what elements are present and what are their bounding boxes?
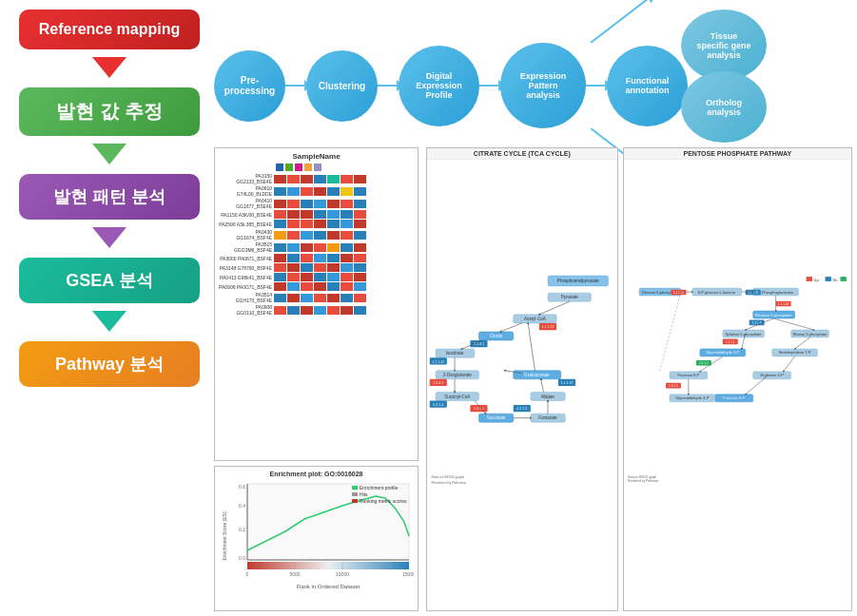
cell: [274, 210, 286, 219]
arrow-3: [92, 227, 127, 248]
svg-line-125: [794, 337, 809, 349]
heatmap-row: PA0413 G98k41_BSF4E: [219, 273, 414, 281]
cell: [341, 220, 353, 228]
row-label: PA2590 A3k.385_BSE4E: [219, 221, 274, 227]
gsea-panel: Enrichment plot: GO:0016028: [214, 466, 419, 611]
cell: [274, 200, 286, 208]
svg-text:0.6: 0.6: [239, 484, 245, 490]
heatmap-row: PA3515 GGG3M6_BSF4E: [219, 241, 414, 253]
cell: [341, 282, 353, 291]
svg-text:Fumarate: Fumarate: [538, 415, 557, 420]
step-preprocessing: Pre-processing: [214, 50, 285, 122]
row-cells: [274, 231, 366, 240]
row-cells: [274, 263, 366, 272]
cell: [314, 294, 326, 302]
key-purple: [314, 164, 321, 171]
svg-text:6-Phosphogluconate: 6-Phosphogluconate: [758, 290, 793, 295]
digital-expression-oval: DigitalExpressionProfile: [399, 46, 479, 126]
svg-text:Succinyl-CoA: Succinyl-CoA: [444, 395, 470, 399]
step-digital-expression: DigitalExpressionProfile: [399, 46, 479, 126]
cell: [354, 294, 366, 302]
pathway-label: Pathway 분석: [55, 355, 164, 374]
cell: [341, 231, 353, 240]
cell: [354, 220, 366, 228]
cell: [327, 273, 340, 281]
svg-text:6.2.1.4: 6.2.1.4: [433, 403, 443, 407]
svg-text:Pyruvate: Pyruvate: [561, 295, 578, 299]
svg-rect-5: [247, 562, 409, 569]
cell: [327, 254, 340, 262]
cell: [354, 254, 366, 262]
row-cells: [274, 210, 366, 219]
pipe-arrow-4: [586, 85, 607, 87]
cell: [314, 200, 326, 208]
left-flow-column: Reference mapping 발현 값 추정 발현 패턴 분석 GSEA …: [10, 10, 209, 387]
svg-rect-19: [352, 486, 358, 490]
cell: [287, 306, 300, 315]
cell: [314, 231, 326, 240]
svg-text:1.2.4.2: 1.2.4.2: [433, 381, 443, 385]
cell: [287, 273, 300, 281]
svg-text:Erythrose 4-P: Erythrose 4-P: [760, 373, 784, 377]
sample-name-header: SampleName: [219, 152, 414, 161]
svg-text:Xylulose 5-phosphate: Xylulose 5-phosphate: [725, 332, 762, 337]
svg-text:Fructose 6-P: Fructose 6-P: [677, 373, 699, 377]
svg-text:Acetyl-CoA: Acetyl-CoA: [524, 317, 546, 321]
svg-text:10000: 10000: [336, 571, 349, 577]
step-functional-annotation: Functionalannotation: [607, 46, 688, 126]
svg-rect-81: [840, 277, 846, 281]
svg-text:1.1.1.37: 1.1.1.37: [541, 325, 554, 329]
cell: [327, 282, 340, 291]
tissue-specific-label: Tissuespecific geneanalysis: [696, 31, 750, 60]
svg-text:1.3.5.1: 1.3.5.1: [474, 407, 484, 411]
cell: [301, 273, 313, 281]
row-label: PA3000 PA0671_BSF4E: [219, 256, 274, 261]
cell: [301, 306, 313, 315]
svg-text:0.2: 0.2: [239, 527, 245, 532]
ortholog-label: Orthologanalysis: [706, 98, 742, 117]
step-clustering: Clustering: [306, 50, 378, 122]
heatmap-row: PA2590 A3k.385_BSE4E: [219, 220, 414, 228]
cell: [341, 294, 353, 302]
svg-text:Rendered by Pathview: Rendered by Pathview: [628, 479, 659, 483]
pentose-svg: Up Dn Glucose 6-phosphate 6-P-glucono-L-…: [624, 160, 851, 599]
svg-text:Dn: Dn: [832, 278, 837, 282]
functional-annotation-label: Functionalannotation: [626, 76, 670, 95]
cell: [327, 263, 340, 272]
svg-text:1.1.1.44: 1.1.1.44: [777, 302, 789, 306]
svg-line-131: [659, 292, 680, 372]
cell: [274, 254, 286, 262]
cell: [287, 254, 300, 262]
arrow-1: [92, 57, 127, 78]
row-cells: [274, 254, 366, 262]
expression-pattern-label2: ExpressionPatternanalysis: [520, 71, 567, 100]
pipe-arrow-1: [285, 85, 306, 87]
row-label: PA3150 GG2133_BSE4E: [219, 173, 274, 184]
branch-up-svg: [586, 0, 662, 43]
expression-pattern-label: 발현 패턴 분석: [53, 187, 166, 206]
row-cells: [274, 243, 366, 252]
cell: [314, 263, 326, 272]
tissue-specific-oval-container: Tissuespecific geneanalysis: [681, 10, 767, 81]
svg-text:2.2.1.1: 2.2.1.1: [725, 340, 734, 344]
clustering-oval: Clustering: [306, 50, 378, 122]
cell: [354, 200, 366, 208]
row-cells: [274, 273, 366, 281]
svg-text:Isocitrate: Isocitrate: [446, 351, 464, 356]
key-pink: [295, 164, 302, 171]
citrate-cycle-panel: CITRATE CYCLE (TCA CYCLE) Phosphoenolpyr…: [426, 147, 618, 611]
main-container: Reference mapping 발현 값 추정 발현 패턴 분석 GSEA …: [0, 0, 857, 616]
cell: [314, 187, 326, 196]
svg-text:Ribose 5-phosphate: Ribose 5-phosphate: [792, 332, 827, 337]
expression-pattern-oval: ExpressionPatternanalysis: [500, 43, 586, 128]
key-orange: [304, 164, 312, 171]
cell: [354, 282, 366, 291]
cell: [354, 263, 366, 272]
cell: [274, 231, 286, 240]
cell: [287, 200, 300, 208]
functional-annotation-oval: Functionalannotation: [607, 46, 688, 126]
row-cells: [274, 220, 366, 228]
cell: [287, 210, 300, 219]
row-cells: [274, 282, 366, 291]
cell: [327, 220, 340, 228]
